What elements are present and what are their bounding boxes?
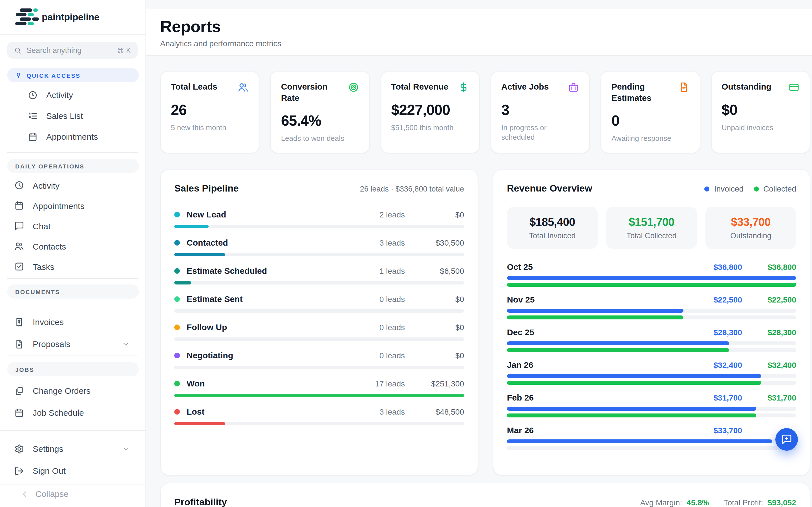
collapse-button[interactable]: Collapse — [14, 489, 68, 499]
sidebar-item-label: Appointments — [46, 132, 98, 142]
revenue-total-tile: $151,700 Total Collected — [606, 207, 697, 249]
month-collected-value: $22,500 — [742, 295, 796, 304]
stage-progress-track — [174, 422, 464, 425]
sidebar-item[interactable]: Activity — [0, 175, 146, 195]
avg-margin-value: 45.8% — [687, 498, 709, 507]
stage-value: $0 — [405, 323, 464, 332]
search-input[interactable] — [27, 46, 117, 54]
chevron-down-icon[interactable] — [122, 445, 130, 453]
stage-value: $30,500 — [405, 238, 464, 247]
sidebar-item[interactable]: Sign Out — [0, 460, 146, 482]
sidebar-item[interactable]: Job Schedule — [0, 402, 146, 424]
file-text-icon — [14, 339, 24, 349]
revenue-month-row: Jan 26 $32,400 $32,400 — [507, 360, 796, 385]
sidebar-item[interactable]: Sales List — [0, 105, 146, 126]
pipeline-summary: 26 leads · $336,800 total value — [360, 184, 464, 193]
stat-card[interactable]: Total Leads 26 5 new this month — [160, 71, 260, 153]
search-shortcut: ⌘ K — [117, 46, 131, 54]
divider — [7, 355, 138, 355]
sidebar-item[interactable]: Contacts — [0, 236, 146, 256]
sidebar-item[interactable]: Appointments — [0, 126, 146, 147]
sidebar-item[interactable]: Settings — [0, 438, 146, 460]
month-label: Nov 25 — [507, 295, 680, 304]
collected-bar-track — [507, 283, 796, 287]
stage-progress-fill — [174, 281, 192, 284]
collected-bar-track — [507, 316, 796, 320]
search-box[interactable]: ⌘ K — [7, 42, 138, 59]
target-icon — [348, 82, 359, 93]
stat-card[interactable]: Conversion Rate 65.4% Leads to won deals — [270, 71, 370, 153]
stage-progress-track — [174, 309, 464, 313]
stage-name: Negotiating — [187, 350, 343, 360]
pipeline-stage-row: Follow Up 0 leads $0 — [174, 322, 464, 341]
profitability-title: Profitability — [174, 497, 227, 507]
stage-color-dot — [174, 268, 180, 274]
chevron-left-icon — [21, 490, 29, 498]
stage-progress-track — [174, 394, 464, 397]
briefcase-icon — [568, 82, 579, 93]
sidebar-item[interactable]: Invoices — [0, 311, 146, 333]
collected-bar-track — [507, 446, 796, 450]
legend-label: Collected — [763, 184, 796, 193]
main-content: Reports Analytics and performance metric… — [146, 0, 812, 507]
stat-card[interactable]: Outstanding $0 Unpaid invoices — [711, 71, 810, 153]
stage-value: $48,500 — [405, 407, 464, 416]
stage-progress-fill — [174, 225, 208, 228]
stat-card[interactable]: Active Jobs 3 In progress or scheduled — [491, 71, 590, 153]
collected-bar-track — [507, 413, 796, 417]
pipeline-stage-row: Negotiating 0 leads $0 — [174, 350, 464, 369]
sidebar-item[interactable]: Chat — [0, 216, 146, 236]
revenue-month-row: Oct 25 $36,800 $36,800 — [507, 262, 796, 287]
stat-card-value: 0 — [612, 112, 690, 129]
profitability-card: Profitability Avg Margin: 45.8% Total Pr… — [160, 483, 810, 507]
invoiced-bar-track — [507, 309, 796, 313]
sidebar-item-label: Chat — [33, 221, 50, 231]
documents-label: DOCUMENTS — [15, 288, 60, 295]
stat-card-value: $227,000 — [391, 101, 469, 119]
month-collected-value: $28,300 — [742, 328, 796, 337]
stage-lead-count: 2 leads — [343, 210, 405, 219]
chevron-down-icon[interactable] — [122, 340, 130, 348]
sidebar-item-label: Activity — [46, 90, 73, 100]
documents-header: DOCUMENTS — [7, 284, 139, 298]
revenue-total-tile: $185,400 Total Invoiced — [507, 207, 598, 249]
month-collected-value: $31,700 — [742, 393, 796, 402]
revenue-total-value: $151,700 — [629, 216, 674, 229]
sidebar-item[interactable]: Tasks — [0, 256, 146, 277]
sidebar-item[interactable]: Proposals — [0, 333, 146, 355]
avg-margin-label: Avg Margin: — [640, 498, 682, 507]
collected-bar-track — [507, 348, 796, 352]
stage-color-dot — [174, 409, 180, 414]
new-message-fab-button[interactable] — [775, 428, 798, 451]
pipeline-stage-row: Won 17 leads $251,300 — [174, 379, 464, 397]
sidebar-item-label: Contacts — [33, 241, 66, 251]
collected-bar-fill — [507, 413, 756, 417]
quick-access-list: Activity Sales List Appointments — [0, 84, 146, 147]
stage-value: $0 — [405, 294, 464, 303]
stat-card[interactable]: Pending Estimates 0 Awaiting response — [601, 71, 700, 153]
collapse-label: Collapse — [36, 489, 68, 499]
stage-progress-track — [174, 225, 464, 228]
sidebar-item-label: Settings — [33, 444, 63, 453]
stage-progress-track — [174, 281, 464, 284]
stage-progress-fill — [174, 253, 225, 256]
collected-bar-fill — [507, 316, 684, 320]
stat-card-value: 3 — [501, 101, 579, 119]
documents-list: Invoices Proposals — [0, 311, 146, 355]
sidebar-item-label: Change Orders — [33, 386, 91, 395]
paintpipeline-logo-icon — [15, 8, 40, 26]
pipeline-stage-row: Lost 3 leads $48,500 — [174, 407, 464, 425]
sidebar-item-label: Invoices — [33, 317, 64, 327]
sidebar-item[interactable]: Appointments — [0, 195, 146, 216]
stat-card[interactable]: Total Revenue $227,000 $51,500 this mont… — [380, 71, 480, 153]
stat-card-title: Pending Estimates — [612, 81, 672, 104]
stage-lead-count: 1 leads — [343, 266, 405, 275]
month-invoiced-value: $36,800 — [680, 262, 742, 271]
month-label: Oct 25 — [507, 262, 680, 272]
sidebar-item[interactable]: Activity — [0, 84, 146, 105]
invoiced-bar-track — [507, 341, 796, 345]
stage-name: Won — [187, 379, 343, 388]
month-invoiced-value: $32,400 — [680, 360, 742, 369]
sidebar-item[interactable]: Change Orders — [0, 380, 146, 402]
stage-color-dot — [174, 296, 180, 302]
